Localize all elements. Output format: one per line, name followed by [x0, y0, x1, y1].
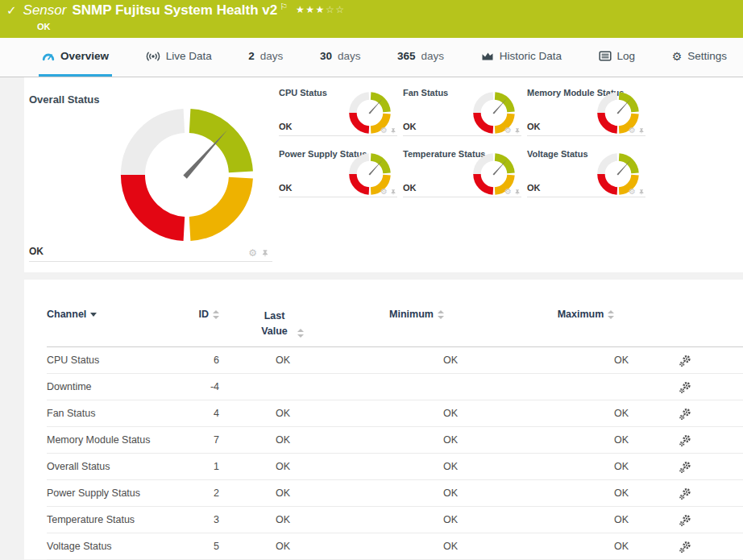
pin-icon[interactable]	[638, 127, 645, 135]
tab-overview[interactable]: Overview	[39, 38, 112, 77]
gear-icon[interactable]: ⚙	[380, 188, 388, 196]
sort-icon	[438, 309, 444, 320]
stars-filled[interactable]: ★★★	[296, 4, 326, 15]
channel-name[interactable]: Temperature Status	[47, 514, 172, 525]
last-value: OK	[219, 355, 340, 366]
last-value: OK	[219, 461, 340, 472]
channel-settings-icon[interactable]	[679, 434, 691, 447]
tab-historic-data[interactable]: Historic Data	[478, 38, 565, 77]
tab-label: Log	[617, 50, 636, 62]
priority-stars[interactable]: ★★★☆☆	[296, 4, 345, 15]
tab-30-days[interactable]: 30 days	[317, 38, 364, 77]
gear-icon[interactable]: ⚙	[629, 188, 636, 196]
last-value: OK	[219, 541, 340, 552]
minimum-value: OK	[340, 408, 493, 419]
channel-settings-icon[interactable]	[679, 514, 691, 527]
gauge-panel: CPU Status OK ⚙	[279, 85, 397, 136]
pin-icon[interactable]	[514, 127, 521, 135]
column-header-channel[interactable]: Channel	[47, 309, 172, 320]
channels-table-card: Channel ID Last Value Minimum Maximum	[24, 280, 743, 559]
column-header-maximum[interactable]: Maximum	[493, 309, 679, 320]
gear-icon[interactable]: ⚙	[504, 127, 512, 135]
overview-card: Overall Status OK ⚙ CPU Status OK ⚙ Fan …	[24, 77, 743, 272]
tab-2-days[interactable]: 2 days	[245, 38, 286, 77]
priority-flag-icon: ⚐	[280, 2, 288, 12]
maximum-value: OK	[493, 461, 679, 472]
tab-live-data[interactable]: Live Data	[143, 38, 215, 77]
channel-id: 3	[172, 514, 219, 525]
gear-icon[interactable]: ⚙	[248, 248, 257, 258]
pin-icon[interactable]	[390, 189, 396, 196]
channel-name[interactable]: Memory Module Status	[47, 434, 172, 446]
gear-icon[interactable]: ⚙	[629, 127, 636, 135]
status-check-icon: ✓	[6, 3, 17, 18]
table-row[interactable]: Fan Status 4 OK OK OK	[47, 400, 743, 427]
tab-365-days[interactable]: 365 days	[394, 38, 447, 77]
panel-status: OK	[403, 122, 417, 131]
gear-icon: ⚙	[672, 51, 683, 62]
channel-settings-icon[interactable]	[679, 355, 691, 367]
table-row[interactable]: Overall Status 1 OK OK OK	[47, 454, 743, 480]
channel-settings-icon[interactable]	[679, 541, 691, 554]
tab-label: Live Data	[166, 50, 212, 62]
tab-label: Historic Data	[500, 50, 562, 62]
channel-settings-icon[interactable]	[679, 461, 691, 474]
maximum-value: OK	[493, 434, 679, 446]
panel-status: OK	[403, 183, 417, 193]
stars-empty[interactable]: ☆☆	[326, 4, 346, 15]
channel-name[interactable]: CPU Status	[47, 355, 172, 366]
sort-icon	[608, 309, 614, 320]
table-row[interactable]: Voltage Status 5 OK OK OK	[47, 533, 743, 560]
sensor-status-text: OK	[37, 22, 51, 31]
log-icon	[599, 51, 612, 61]
overall-status-panel: Overall Status OK ⚙	[29, 85, 272, 262]
channel-name[interactable]: Downtime	[47, 381, 172, 392]
pin-icon[interactable]	[390, 127, 396, 135]
table-row[interactable]: Power Supply Status 2 OK OK OK	[47, 480, 743, 507]
channel-id: 5	[172, 541, 219, 552]
minimum-value: OK	[340, 487, 493, 499]
column-header-minimum[interactable]: Minimum	[340, 309, 493, 320]
channel-name[interactable]: Overall Status	[47, 461, 172, 472]
channel-settings-icon[interactable]	[679, 381, 691, 394]
pin-icon[interactable]	[638, 189, 645, 196]
table-row[interactable]: Downtime -4	[47, 374, 743, 400]
panel-status: OK	[29, 246, 44, 257]
channel-name[interactable]: Voltage Status	[47, 541, 172, 552]
maximum-value: OK	[493, 487, 679, 499]
tab-log[interactable]: Log	[596, 38, 639, 77]
channel-id: 1	[172, 461, 219, 472]
tab-number: 30	[320, 50, 332, 62]
tab-label: days	[421, 50, 445, 62]
last-value: OK	[219, 514, 340, 525]
gauge-panel: Voltage Status OK ⚙	[527, 147, 645, 197]
minimum-value: OK	[340, 461, 493, 472]
pin-icon[interactable]	[514, 189, 521, 196]
maximum-value: OK	[493, 514, 679, 525]
table-row[interactable]: Memory Module Status 7 OK OK OK	[47, 427, 743, 454]
last-value: OK	[219, 487, 340, 499]
tab-label: days	[338, 50, 361, 62]
sort-icon	[297, 328, 304, 338]
column-header-id[interactable]: ID	[172, 309, 219, 320]
tab-settings[interactable]: ⚙ Settings	[669, 38, 730, 77]
gauge-panel: Temperature Status OK ⚙	[403, 147, 521, 197]
panel-status: OK	[527, 122, 541, 131]
pin-icon[interactable]	[261, 249, 269, 258]
gauge-grid: CPU Status OK ⚙ Fan Status OK ⚙ Memory M…	[279, 85, 645, 272]
channel-name[interactable]: Power Supply Status	[47, 487, 172, 499]
column-header-last-value[interactable]: Last Value	[219, 309, 340, 339]
table-row[interactable]: Temperature Status 3 OK OK OK	[47, 507, 743, 533]
tab-bar: Overview Live Data 2 days 30 days 365 da…	[0, 38, 743, 77]
object-kind-label: Sensor	[23, 2, 67, 19]
table-row[interactable]: CPU Status 6 OK OK OK	[47, 347, 743, 374]
channel-settings-icon[interactable]	[679, 408, 691, 421]
channel-id: 6	[172, 355, 219, 366]
gear-icon[interactable]: ⚙	[380, 127, 388, 135]
channel-id: 7	[172, 434, 219, 446]
channel-id: 4	[172, 408, 219, 419]
channel-settings-icon[interactable]	[679, 487, 691, 500]
channel-name[interactable]: Fan Status	[47, 408, 172, 419]
gear-icon[interactable]: ⚙	[504, 188, 512, 196]
tab-label: Settings	[687, 50, 727, 62]
